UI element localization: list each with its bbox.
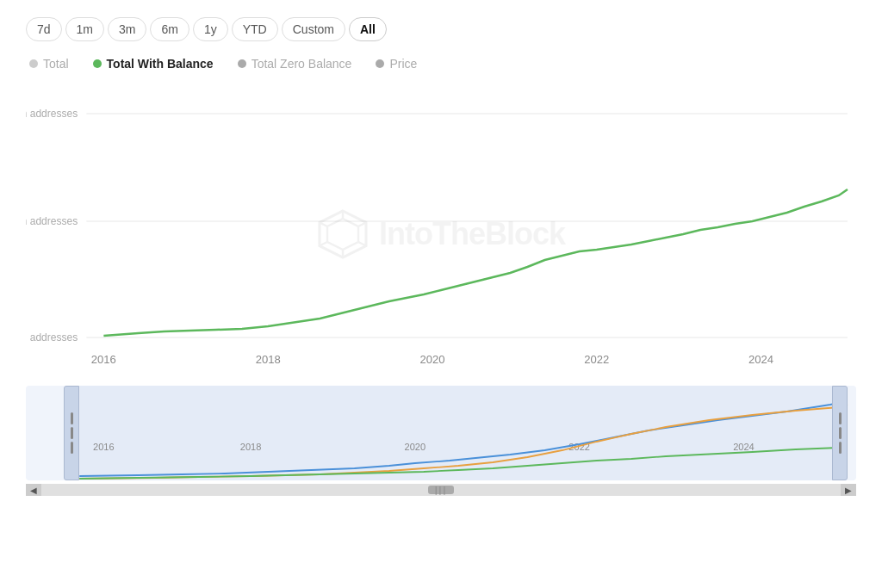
legend-dot-zero-balance — [238, 59, 246, 68]
handle-bars-right — [839, 412, 842, 454]
svg-text:2024: 2024 — [733, 442, 755, 452]
legend-label-total: Total — [43, 57, 69, 71]
chart-legend: Total Total With Balance Total Zero Bala… — [26, 57, 856, 71]
svg-text:2016: 2016 — [91, 353, 116, 366]
svg-text:2020: 2020 — [405, 442, 426, 452]
svg-text:addresses: addresses — [30, 331, 78, 344]
filter-all[interactable]: All — [349, 17, 387, 41]
main-chart: IntoTheBlock 160m addresses 80m addresse… — [26, 88, 856, 381]
svg-text:2018: 2018 — [256, 353, 281, 366]
navigator-handle-right[interactable] — [832, 386, 848, 480]
filter-custom[interactable]: Custom — [282, 17, 345, 41]
svg-text:160m addresses: 160m addresses — [26, 108, 78, 120]
svg-text:80m addresses: 80m addresses — [26, 215, 78, 227]
legend-price[interactable]: Price — [376, 57, 417, 71]
filter-3m[interactable]: 3m — [108, 17, 146, 41]
filter-ytd[interactable]: YTD — [232, 17, 278, 41]
scroll-right-arrow[interactable]: ▶ — [841, 484, 856, 496]
filter-1m[interactable]: 1m — [65, 17, 104, 41]
filter-1y[interactable]: 1y — [193, 17, 228, 41]
legend-dot-price — [376, 59, 384, 68]
scroll-track[interactable]: ||| — [41, 484, 841, 496]
svg-text:2016: 2016 — [93, 442, 115, 452]
navigator: 2016 2018 2020 2022 2024 — [26, 386, 856, 480]
legend-label-zero-balance: Total Zero Balance — [252, 57, 352, 71]
legend-label-price: Price — [389, 57, 417, 71]
navigator-handle-left[interactable] — [64, 386, 79, 480]
chart-svg: 160m addresses 80m addresses addresses 2… — [26, 88, 856, 381]
legend-dot-total — [29, 59, 38, 68]
navigator-svg: 2016 2018 2020 2022 2024 — [26, 386, 856, 480]
legend-label-total-with-balance: Total With Balance — [107, 57, 214, 71]
filter-6m[interactable]: 6m — [150, 17, 189, 41]
legend-total[interactable]: Total — [29, 57, 69, 71]
filter-7d[interactable]: 7d — [26, 17, 62, 41]
legend-zero-balance[interactable]: Total Zero Balance — [238, 57, 352, 71]
legend-total-with-balance[interactable]: Total With Balance — [93, 57, 214, 71]
handle-bars-left — [71, 412, 73, 454]
time-filter-bar: 7d 1m 3m 6m 1y YTD Custom All — [26, 17, 856, 41]
scroll-center-indicator: ||| — [435, 485, 448, 495]
svg-text:2018: 2018 — [240, 442, 262, 452]
legend-dot-total-with-balance — [93, 59, 102, 68]
main-container: 7d 1m 3m 6m 1y YTD Custom All Total Tota… — [0, 0, 882, 588]
line-total-with-balance — [103, 189, 848, 336]
svg-text:2022: 2022 — [584, 353, 609, 366]
scroll-left-arrow[interactable]: ◀ — [26, 484, 41, 496]
svg-text:2020: 2020 — [419, 353, 444, 366]
svg-text:2024: 2024 — [748, 353, 773, 366]
scrollbar: ◀ ||| ▶ — [26, 484, 856, 496]
